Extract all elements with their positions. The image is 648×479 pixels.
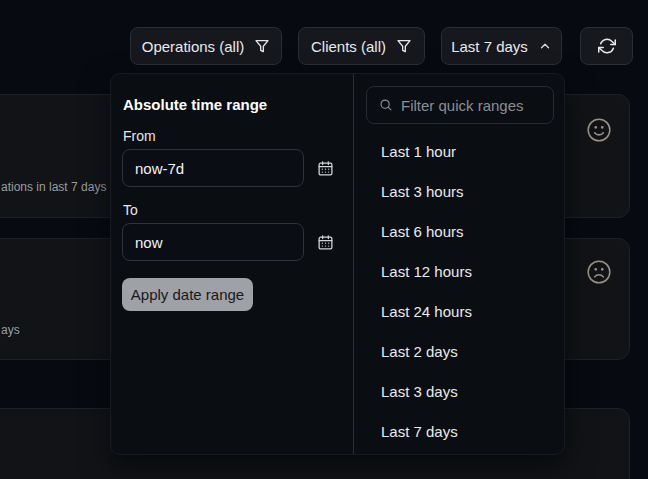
- calendar-icon[interactable]: [317, 160, 334, 177]
- search-icon: [379, 98, 393, 112]
- refresh-button[interactable]: [580, 27, 633, 65]
- clients-filter-button[interactable]: Clients (all): [298, 27, 425, 65]
- to-input[interactable]: [122, 223, 304, 261]
- card-caption-fragment: ays: [1, 323, 20, 337]
- quick-range-option[interactable]: Last 6 hours: [354, 211, 563, 251]
- operations-filter-button[interactable]: Operations (all): [130, 27, 282, 65]
- smiley-face-icon: [586, 117, 612, 143]
- quick-range-option[interactable]: Last 3 days: [354, 371, 563, 411]
- time-picker-panel: Absolute time range From To: [110, 73, 565, 455]
- calendar-icon[interactable]: [317, 234, 334, 251]
- quick-range-option[interactable]: Last 1 hour: [354, 131, 563, 171]
- quick-range-option[interactable]: Last 7 days: [354, 411, 563, 451]
- card-caption-fragment: ations in last 7 days: [1, 180, 106, 194]
- quick-range-option[interactable]: Last 2 days: [354, 331, 563, 371]
- quick-range-option[interactable]: Last 12 hours: [354, 251, 563, 291]
- filter-icon: [396, 38, 412, 54]
- quick-range-search-box[interactable]: [366, 86, 554, 124]
- from-input[interactable]: [122, 149, 304, 187]
- quick-range-option[interactable]: Last 24 hours: [354, 291, 563, 331]
- from-label: From: [123, 128, 156, 144]
- to-label: To: [123, 202, 138, 218]
- frown-face-icon: [586, 259, 612, 285]
- clients-filter-label: Clients (all): [311, 38, 386, 55]
- absolute-time-range-title: Absolute time range: [123, 96, 267, 113]
- quick-range-filter-input[interactable]: [401, 97, 541, 114]
- time-range-label: Last 7 days: [451, 38, 528, 55]
- time-range-button[interactable]: Last 7 days: [441, 27, 562, 65]
- quick-range-list: Last 1 hour Last 3 hours Last 6 hours La…: [354, 131, 563, 451]
- operations-filter-label: Operations (all): [142, 38, 245, 55]
- quick-range-option[interactable]: Last 3 hours: [354, 171, 563, 211]
- apply-date-range-button[interactable]: Apply date range: [122, 278, 253, 311]
- app-window: ations in last 7 days ays Operations (al…: [0, 0, 648, 479]
- refresh-icon: [598, 37, 616, 55]
- chevron-up-icon: [538, 39, 552, 53]
- filter-icon: [254, 38, 270, 54]
